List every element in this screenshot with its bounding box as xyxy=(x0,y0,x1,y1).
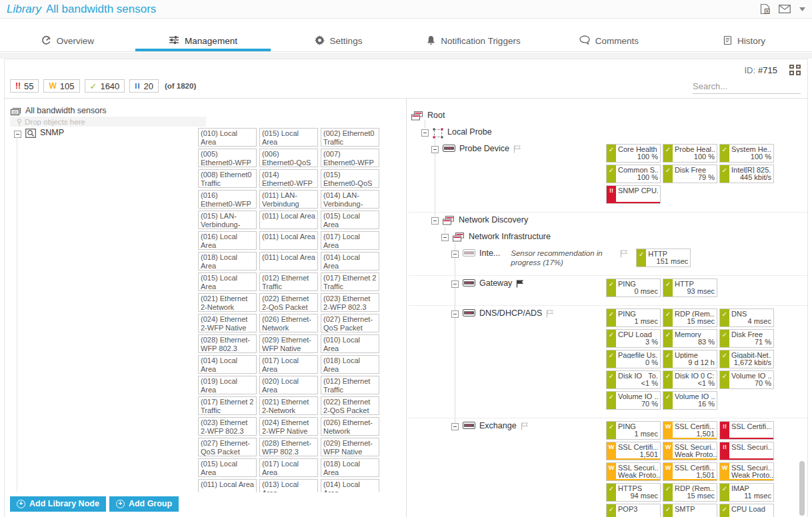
library-sensor-tile[interactable]: (015) Local Area xyxy=(321,211,379,229)
tab-settings[interactable]: Settings xyxy=(271,32,406,51)
collapse-toggle[interactable] xyxy=(441,234,449,241)
sensor-tile[interactable]: ✓Common S...100 % xyxy=(606,165,661,183)
sensor-tile[interactable]: !!SSL Certifi... xyxy=(719,421,774,440)
status-badge-ok[interactable]: ✓1640 xyxy=(85,79,125,93)
tab-history[interactable]: History xyxy=(677,32,812,51)
tab-notification-triggers[interactable]: Notification Triggers xyxy=(406,32,541,51)
library-sensor-tile[interactable]: (012) Ethernet Traffic xyxy=(259,272,318,291)
sensor-tile[interactable]: ✓PING0 msec xyxy=(606,278,661,297)
library-sensor-tile[interactable]: (005) Ethernet0-WFP Native xyxy=(198,149,257,167)
library-sensor-tile[interactable]: (028) Ethernet-WFP 802.3 xyxy=(259,438,318,456)
sensor-tile[interactable]: ✓POP3 xyxy=(606,504,661,517)
collapse-toggle[interactable] xyxy=(451,280,459,288)
status-badge-error[interactable]: !!55 xyxy=(10,79,39,93)
library-sensor-tile[interactable]: (014) Local Area xyxy=(321,252,379,270)
sensor-tile[interactable]: ✓Pagefile Us...0 % xyxy=(606,350,661,368)
library-sensor-tile[interactable]: (015) LAN-Verbindung- xyxy=(198,211,257,229)
sensor-tile[interactable]: ✓Gigabit-Net...1,672 kbit/s xyxy=(719,350,774,368)
status-badge-paused[interactable]: II20 xyxy=(129,79,159,93)
library-sensor-tile[interactable]: (024) Ethernet 2-WFP Native xyxy=(198,314,257,332)
collapse-toggle[interactable] xyxy=(431,146,439,153)
sensor-tile[interactable]: WSSL Certifi...1,501 xyxy=(663,462,717,481)
library-sensor-tile[interactable]: (015) Local Area xyxy=(198,272,257,291)
sensor-tile[interactable]: ✓HTTP93 msec xyxy=(663,278,717,297)
sensor-tile[interactable]: !!SNMP CPU... xyxy=(606,185,661,204)
add-group-button[interactable]: +Add Group xyxy=(109,496,179,512)
collapse-toggle[interactable] xyxy=(451,251,459,258)
tree-node-name[interactable]: Exchange xyxy=(479,420,517,432)
tree-node-name[interactable]: Local Probe xyxy=(447,127,492,138)
tab-overview[interactable]: Overview xyxy=(0,32,135,51)
library-sensor-tile[interactable]: (021) Ethernet 2-Network xyxy=(198,293,257,312)
library-sensor-tile[interactable]: (026) Ethernet-Network xyxy=(321,417,379,436)
tree-node-name[interactable]: Root xyxy=(427,110,445,121)
add-library-node-button[interactable]: +Add Library Node xyxy=(10,496,106,512)
new-report-icon[interactable] xyxy=(760,3,770,15)
library-sensor-tile[interactable]: (019) Local Area xyxy=(198,376,257,394)
library-sensor-tile[interactable]: (024) Ethernet 2-WFP Native xyxy=(259,417,318,436)
sensor-tile[interactable]: WSSL Certifi...1,501 xyxy=(663,421,717,440)
library-sensor-tile[interactable]: (010) Local Area xyxy=(198,128,257,147)
search-input[interactable] xyxy=(693,80,808,93)
library-sensor-tile[interactable]: (022) Ethernet 2-QoS Packet xyxy=(259,293,318,312)
collapse-toggle[interactable] xyxy=(431,217,439,225)
library-sensor-tile[interactable]: (011) Local Area xyxy=(259,231,318,250)
sensor-tile[interactable]: ✓HTTP151 msec xyxy=(636,249,691,267)
sensor-tile[interactable]: ✓IMAP11 msec xyxy=(719,483,774,502)
sensor-tile[interactable]: ✓Volume IO ...16 % xyxy=(663,391,717,410)
scrollbar-thumb[interactable] xyxy=(799,461,805,516)
tree-node-name[interactable]: Inte... xyxy=(479,248,500,259)
collapse-toggle[interactable] xyxy=(451,423,459,430)
sensor-tile[interactable]: ✓CPU Load xyxy=(719,504,774,517)
library-sensor-tile[interactable]: (015) Ethernet0-QoS Packet xyxy=(321,169,379,188)
tree-node-name[interactable]: Network Discovery xyxy=(459,215,528,226)
email-icon[interactable] xyxy=(779,5,791,13)
drop-target[interactable]: Drop objects here xyxy=(10,117,206,127)
sensor-tile[interactable]: ✓Intel[R] 825...445 kbit/s xyxy=(719,165,774,183)
library-sensor-tile[interactable]: (012) Ethernet Traffic xyxy=(321,376,379,394)
library-sensor-tile[interactable]: (029) Ethernet-WFP Native xyxy=(259,334,318,353)
sensor-tile[interactable]: WSSL Securi...Weak Proto... xyxy=(606,462,661,481)
library-sensor-tile[interactable]: (010) Local Area xyxy=(321,334,379,353)
library-sensor-tile[interactable]: (015) Local Area xyxy=(198,458,257,477)
sensor-tile[interactable]: ✓Probe Heal...100 % xyxy=(663,144,717,163)
sensor-tile[interactable]: ✓DNS4 msec xyxy=(719,308,774,327)
tab-comments[interactable]: Comments xyxy=(541,32,677,51)
library-sensor-tile[interactable]: (015) Local Area xyxy=(259,128,318,147)
library-sensor-tile[interactable]: (011) Local Area xyxy=(198,479,257,492)
library-sensor-tile[interactable]: (028) Ethernet-WFP 802.3 xyxy=(198,334,257,353)
sensor-tile[interactable]: ✓Disk Free71 % xyxy=(719,329,774,348)
tree-node-name[interactable]: Probe Device xyxy=(459,143,509,155)
tab-management[interactable]: Management xyxy=(135,32,271,51)
library-root-node[interactable]: All bandwidth sensors xyxy=(10,105,107,116)
library-sensor-tile[interactable]: (014) Ethernet0-WFP Native xyxy=(259,169,318,188)
library-sensor-tile[interactable]: (006) Ethernet0-QoS Packet xyxy=(259,149,318,167)
library-sensor-tile[interactable]: (014) Local Area xyxy=(198,355,257,374)
sensor-tile[interactable]: ✓Core Health100 % xyxy=(606,144,661,163)
library-sensor-tile[interactable]: (018) Local Area xyxy=(321,355,379,374)
library-sensor-tile[interactable]: (023) Ethernet 2-WFP 802.3 xyxy=(321,293,379,312)
library-sensor-tile[interactable]: (017) Local Area xyxy=(259,355,318,374)
collapse-toggle[interactable] xyxy=(451,310,459,318)
library-sensor-tile[interactable]: (016) Local Area xyxy=(198,231,257,250)
library-node-snmp[interactable]: SNMP xyxy=(14,127,64,138)
sensor-tile[interactable]: ✓Volume IO ...70 % xyxy=(606,391,661,410)
library-sensor-tile[interactable]: (017) Ethernet 2 Traffic xyxy=(321,272,379,291)
qr-code-icon[interactable] xyxy=(789,65,801,75)
library-sensor-tile[interactable]: (011) LAN-Verbindung xyxy=(259,190,318,209)
sensor-tile[interactable]: ✓PING1 msec xyxy=(606,421,661,440)
library-sensor-tile[interactable]: (023) Ethernet 2-WFP 802.3 xyxy=(198,417,257,436)
tree-node-name[interactable]: Network Infrastructure xyxy=(469,231,551,243)
sensor-tile[interactable]: ✓System He...100 % xyxy=(719,144,774,163)
sensor-tile[interactable]: WSSL Securi...Weak Proto... xyxy=(663,442,717,460)
collapse-toggle[interactable] xyxy=(14,131,21,138)
library-sensor-tile[interactable]: (018) Local Area xyxy=(321,458,379,477)
library-sensor-tile[interactable]: (014) Local Area xyxy=(321,479,379,492)
collapse-toggle[interactable] xyxy=(421,129,429,137)
caret-down-icon[interactable] xyxy=(799,7,805,11)
sensor-tile[interactable]: ✓RDP (Rem...15 msec xyxy=(663,483,717,502)
tree-node-name[interactable]: Gateway xyxy=(479,278,512,289)
library-sensor-tile[interactable]: (027) Ethernet-QoS Packet xyxy=(321,314,379,332)
library-sensor-tile[interactable]: (017) Local Area xyxy=(259,458,318,477)
library-sensor-tile[interactable]: (018) Local Area xyxy=(198,252,257,270)
